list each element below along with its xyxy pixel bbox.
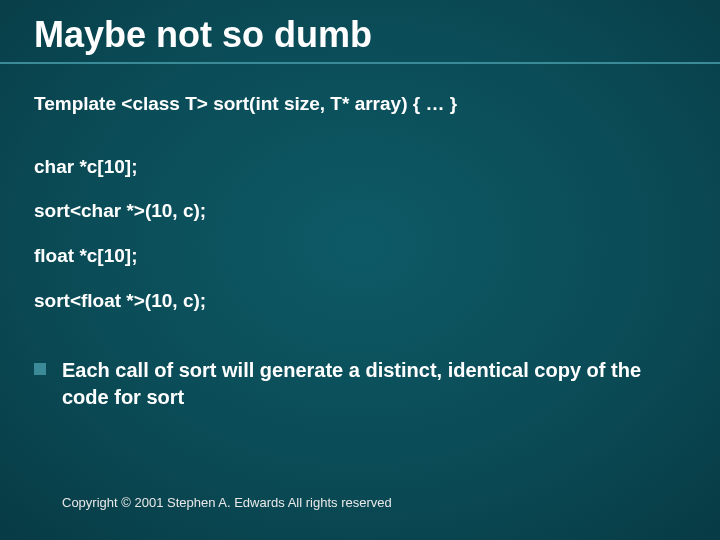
- copyright: Copyright © 2001 Stephen A. Edwards All …: [62, 495, 392, 510]
- bullet-text: Each call of sort will generate a distin…: [62, 357, 690, 411]
- slide: Maybe not so dumb Template <class T> sor…: [0, 0, 720, 540]
- code-line-4: sort<float *>(10, c);: [34, 289, 690, 314]
- code-template: Template <class T> sort(int size, T* arr…: [34, 92, 690, 117]
- code-line-2: sort<char *>(10, c);: [34, 199, 690, 224]
- code-line-3: float *c[10];: [34, 244, 690, 269]
- title-rule: [0, 62, 720, 64]
- slide-title: Maybe not so dumb: [34, 14, 690, 56]
- bullet-item: Each call of sort will generate a distin…: [34, 357, 690, 411]
- code-line-1: char *c[10];: [34, 155, 690, 180]
- square-bullet-icon: [34, 363, 46, 375]
